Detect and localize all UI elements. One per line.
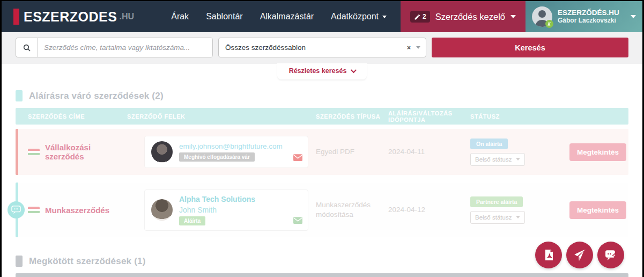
internal-status-select[interactable]: Belső státusz [470,211,525,224]
floating-action-buttons [535,242,624,268]
pending-section-header: Aláírásra váró szerződések (2) [16,90,628,101]
envelope-icon[interactable] [293,154,302,163]
view-button[interactable]: Megtekintés [569,201,626,219]
contract-manager-label: Szerződés kezelő [435,12,505,22]
advanced-search-label: Részletes keresés [289,67,347,75]
nav-item-arak[interactable]: Árak [171,12,189,21]
contract-type: Munkaszerződés módosítása [316,200,388,220]
party-avatar [151,199,173,221]
contract-title-cell: Munkaszerződés [18,206,127,215]
search-input-group [16,38,213,57]
nav-item-sablontar[interactable]: Sablontár [206,12,243,21]
search-bar: Összes szerződéssablon × Keresés [2,32,642,64]
contract-count: 2 [423,13,426,20]
advanced-search-row: Részletes keresés [2,64,642,79]
clear-filter-icon[interactable]: × [407,44,411,52]
search-input[interactable] [38,38,212,57]
brand-logo-mark [13,9,19,25]
brand-logo-text: ESZERZODES [24,9,117,25]
internal-status-select[interactable]: Belső státusz [470,153,525,166]
internal-status-value: Belső státusz [475,214,512,221]
user-org-name: ESZERZŐDÉS.HU [558,9,619,17]
chat-sparkle-icon [604,249,618,262]
concluded-table-header [16,273,628,277]
chat-assistant-button[interactable] [597,242,624,268]
template-filter-value: Összes szerződéssablon [225,43,407,52]
user-info: ESZERZŐDÉS.HU Gábor Laczkovszki [558,9,619,24]
nav-item-label: Árak [171,12,189,21]
contract-date: 2024-04-11 [388,147,470,157]
column-header-status: STÁTUSZ [470,113,569,120]
action-cell: Megtekintés [569,201,634,219]
main-nav: Árak Sablontár Alkalmazástár Adatközpont [171,1,401,32]
table-row: Vállalkozási szerződés emily.johnson@bri… [16,129,628,175]
status-cell: Partnere aláírta Belső státusz [470,196,569,224]
avatar [532,6,552,27]
party-card[interactable]: Alpha Tech Solutions John Smith Aláírta [144,189,308,231]
contracts-table-header: SZERZŐDÉS CÍME SZERZŐDŐ FELEK SZERZŐDÉS … [16,108,628,125]
section-marker [16,90,23,101]
top-navbar: ESZERZODES .HU Árak Sablontár Alkalmazás… [2,1,642,32]
view-button[interactable]: Megtekintés [569,143,626,161]
internal-status-value: Belső státusz [475,156,512,163]
brand-logo-suffix: .HU [119,12,134,21]
contract-date: 2024-04-12 [388,205,470,215]
chevron-down-icon [351,67,357,73]
hungarian-flag-icon [28,149,40,156]
advanced-search-toggle[interactable]: Részletes keresés [277,63,367,79]
nav-item-label: Alkalmazástár [260,12,314,21]
contract-type: Egyedi PDF [316,147,388,157]
party-avatar [151,141,173,163]
user-menu[interactable]: ESZERZŐDÉS.HU Gábor Laczkovszki [525,1,642,32]
paper-plane-icon [573,248,587,262]
contract-title-cell: Vállalkozási szerződés [18,143,127,161]
contract-manager-menu[interactable]: 2 Szerződés kezelő [401,1,525,32]
contract-title-link[interactable]: Munkaszerződés [45,206,109,215]
chevron-down-icon [382,16,387,18]
status-badge: Ön aláírta [470,138,508,149]
template-filter-select[interactable]: Összes szerződéssablon × [218,38,426,57]
section-marker [16,256,23,267]
action-cell: Megtekintés [569,143,634,161]
party-person-name: John Smith [179,206,255,214]
signature-pen-icon [414,13,421,20]
send-button[interactable] [566,242,593,268]
column-header-title: SZERZŐDÉS CÍME [16,113,127,120]
chevron-down-icon [516,158,520,161]
nav-item-adatkozpont[interactable]: Adatközpont [331,12,387,21]
nav-item-alkalmazastar[interactable]: Alkalmazástár [260,12,314,21]
status-badge: Partnere aláírta [470,196,523,207]
nav-item-label: Adatközpont [331,12,379,21]
status-cell: Ön aláírta Belső státusz [470,138,569,166]
contract-count-badge: 2 [410,11,430,23]
column-header-type: SZERZŐDÉS TÍPUSA [316,113,388,120]
brand-logo[interactable]: ESZERZODES .HU [2,1,134,32]
party-card[interactable]: emily.johnson@brightfuture.com Meghívó e… [144,136,308,168]
chevron-down-icon [416,46,420,49]
chevron-down-icon [510,15,516,18]
search-icon [16,38,38,57]
column-header-parties: SZERZŐDŐ FELEK [127,113,316,120]
chevron-down-icon [516,216,520,218]
party-email: emily.johnson@brightfuture.com [179,142,283,150]
party-company: Alpha Tech Solutions [179,195,255,203]
pdf-file-icon [542,249,555,261]
search-button[interactable]: Keresés [432,38,628,57]
party-info: Alpha Tech Solutions John Smith Aláírta [179,195,255,225]
party-info: emily.johnson@brightfuture.com Meghívó e… [179,142,283,162]
contract-title-link[interactable]: Vállalkozási szerződés [45,143,127,161]
parties-cell: emily.johnson@brightfuture.com Meghívó e… [127,136,316,168]
party-status-badge: Meghívó elfogadására vár [179,152,255,162]
hungarian-flag-icon [28,207,40,214]
party-status-badge: Aláírta [179,216,205,225]
parties-cell: Alpha Tech Solutions John Smith Aláírta [127,189,316,231]
envelope-icon[interactable] [293,216,302,226]
concluded-section-title: Megkötött szerződések (1) [29,256,146,267]
chat-bubble-icon[interactable] [8,201,25,218]
pending-section-title: Aláírásra váró szerződések (2) [29,91,164,101]
nav-item-label: Sablontár [206,12,243,21]
online-status-icon [545,20,553,28]
pdf-download-button[interactable] [535,242,562,268]
table-row: Munkaszerződés Alpha Tech Solutions John… [16,183,628,237]
user-full-name: Gábor Laczkovszki [558,17,619,25]
